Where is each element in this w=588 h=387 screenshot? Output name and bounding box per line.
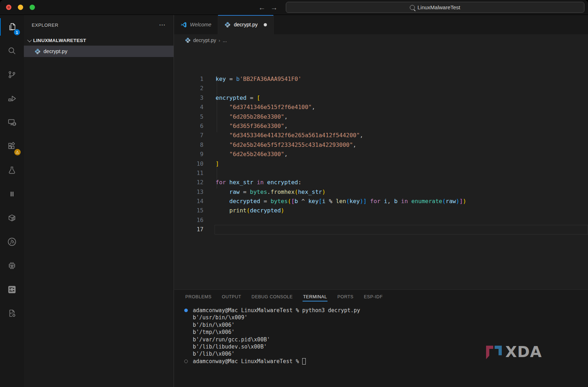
beaker-icon xyxy=(7,165,17,175)
code-text: "6d365f366e3300", xyxy=(216,122,288,131)
code-line: 7 "6d3453346e41432f6e265a561a412f544200"… xyxy=(174,131,588,140)
line-number: 1 xyxy=(174,74,216,84)
code-text: "6d2e5b246e5f5f2334255c431a42293000", xyxy=(216,140,356,150)
code-line: 8 "6d2e5b246e5f5f2334255c431a42293000", xyxy=(174,140,588,150)
close-window-button[interactable] xyxy=(6,5,11,10)
code-line: 3encrypted = [ xyxy=(174,93,588,103)
more-actions-icon[interactable]: ⋯ xyxy=(159,21,166,29)
breadcrumb-file[interactable]: decrypt.py xyxy=(193,37,216,43)
xda-brackets-icon xyxy=(485,344,503,361)
terminal-text: b'/tmp/\x006' xyxy=(193,329,234,336)
code-text: "6d205b286e3300", xyxy=(216,112,288,122)
line-number: 17 xyxy=(174,225,216,234)
editor-region: Welcome decrypt.py decrypt.py › ... xyxy=(174,15,588,387)
tab-label: decrypt.py xyxy=(234,22,258,27)
panel-tab-debug-console[interactable]: DEBUG CONSOLE xyxy=(251,293,293,301)
python-icon xyxy=(35,48,41,55)
code-line: 12for hex_str in encrypted: xyxy=(174,178,588,187)
activity-item-source-control[interactable] xyxy=(0,63,24,87)
activity-item-remote-explorer[interactable] xyxy=(0,110,24,134)
line-number: 10 xyxy=(174,159,216,169)
tab-decrypt-py[interactable]: decrypt.py xyxy=(218,15,274,34)
vscode-logo xyxy=(181,22,187,28)
file-name: decrypt.py xyxy=(43,48,67,54)
line-number: 15 xyxy=(174,206,216,215)
line-number: 2 xyxy=(174,84,216,93)
back-arrow-icon[interactable]: ← xyxy=(257,3,267,12)
terminal-text: b'/lib/\x006' xyxy=(193,350,234,357)
command-success-icon xyxy=(184,309,193,312)
activity-item-esp-chip[interactable] xyxy=(0,254,24,278)
explorer-badge: 1 xyxy=(14,29,20,35)
terminal-text: adamconway@Mac LinuxMalwareTest % xyxy=(193,358,302,365)
panel-tab-output[interactable]: OUTPUT xyxy=(221,293,241,301)
folder-row[interactable]: LINUXMALWARETEST xyxy=(24,35,174,46)
activity-item-code-config[interactable] xyxy=(0,301,24,325)
sidebar-header: EXPLORER ⋯ xyxy=(24,15,174,35)
code-line: 5 "6d205b286e3300", xyxy=(174,112,588,122)
command-center-search[interactable]: LinuxMalwareTest xyxy=(286,2,584,13)
terminal-line: adamconway@Mac LinuxMalwareTest % python… xyxy=(184,307,588,314)
activity-item-testing[interactable] xyxy=(0,158,24,182)
code-line: 14 decrypted = bytes([b ^ key[i % len(ke… xyxy=(174,197,588,206)
panel-tab-ports[interactable]: PORTS xyxy=(337,293,354,301)
panel-tab-problems[interactable]: PROBLEMS xyxy=(185,293,212,301)
remote-explorer-icon xyxy=(7,118,17,127)
activity-item-espressif[interactable] xyxy=(0,230,24,254)
code-line: 11 xyxy=(174,169,588,178)
breadcrumb-more[interactable]: ... xyxy=(223,37,227,43)
breadcrumb: decrypt.py › ... xyxy=(174,34,588,46)
search-icon xyxy=(410,5,415,10)
activity-item-run-debug[interactable] xyxy=(0,87,24,110)
panel-tab-terminal[interactable]: TERMINAL xyxy=(303,293,327,301)
python-icon xyxy=(225,22,231,28)
activity-bar: 1 xyxy=(0,15,24,387)
run-debug-icon xyxy=(7,94,17,103)
code-text: for hex_str in encrypted: xyxy=(216,178,301,187)
tab-bar: Welcome decrypt.py xyxy=(174,15,588,34)
forward-arrow-icon[interactable]: → xyxy=(269,3,279,12)
code-text: print(decrypted) xyxy=(216,206,284,215)
activity-item-pause[interactable] xyxy=(0,182,24,206)
modified-dot-icon[interactable] xyxy=(264,23,267,26)
folder-name: LINUXMALWARETEST xyxy=(33,38,86,43)
code-editor[interactable]: 1key = b'BB2FA36AAA9541F0'23encrypted = … xyxy=(174,46,588,289)
activity-item-explorer[interactable]: 1 xyxy=(0,15,24,39)
line-number: 11 xyxy=(174,169,216,178)
terminal-text: b'/lib/libudev.so\x00B' xyxy=(193,343,267,350)
activity-item-search[interactable] xyxy=(0,39,24,63)
code-text: "6d2e5b246e3300", xyxy=(216,150,288,159)
activity-item-extensions[interactable]: ⚠ xyxy=(0,134,24,158)
line-number: 9 xyxy=(174,150,216,159)
activity-item-qr-tool[interactable] xyxy=(0,278,24,301)
search-icon xyxy=(7,46,17,56)
terminal-line: b'/tmp/\x006' xyxy=(184,329,588,336)
code-line: 15 print(decrypted) xyxy=(174,206,588,215)
line-number: 6 xyxy=(174,122,216,131)
minimize-window-button[interactable] xyxy=(18,5,23,10)
code-line: 13 raw = bytes.fromhex(hex_str) xyxy=(174,187,588,197)
code-line: 2 xyxy=(174,84,588,93)
code-text: raw = bytes.fromhex(hex_str) xyxy=(216,187,325,197)
panel-tab-esp-idf[interactable]: ESP-IDF xyxy=(363,293,383,301)
file-row-decrypt-py[interactable]: decrypt.py xyxy=(24,46,174,57)
code-line: 6 "6d365f366e3300", xyxy=(174,122,588,131)
file-gear-icon xyxy=(7,309,17,318)
tab-welcome[interactable]: Welcome xyxy=(174,15,218,34)
zoom-window-button[interactable] xyxy=(30,5,35,10)
python-icon xyxy=(185,37,191,43)
xda-watermark: XDA xyxy=(485,344,542,361)
chevron-down-icon xyxy=(27,37,32,42)
line-number: 8 xyxy=(174,140,216,150)
chip-icon xyxy=(7,261,17,270)
code-text: key = b'BB2FA36AAA9541F0' xyxy=(216,74,301,84)
code-line: 17 xyxy=(174,225,588,234)
code-line: 9 "6d2e5b246e3300", xyxy=(174,150,588,159)
line-number: 3 xyxy=(174,93,216,103)
terminal-cursor xyxy=(302,358,306,365)
xda-text: XDA xyxy=(505,344,542,360)
line-number: 4 xyxy=(174,103,216,112)
sidebar-title: EXPLORER xyxy=(32,22,58,28)
tab-label: Welcome xyxy=(190,22,211,27)
activity-item-containers[interactable] xyxy=(0,206,24,230)
